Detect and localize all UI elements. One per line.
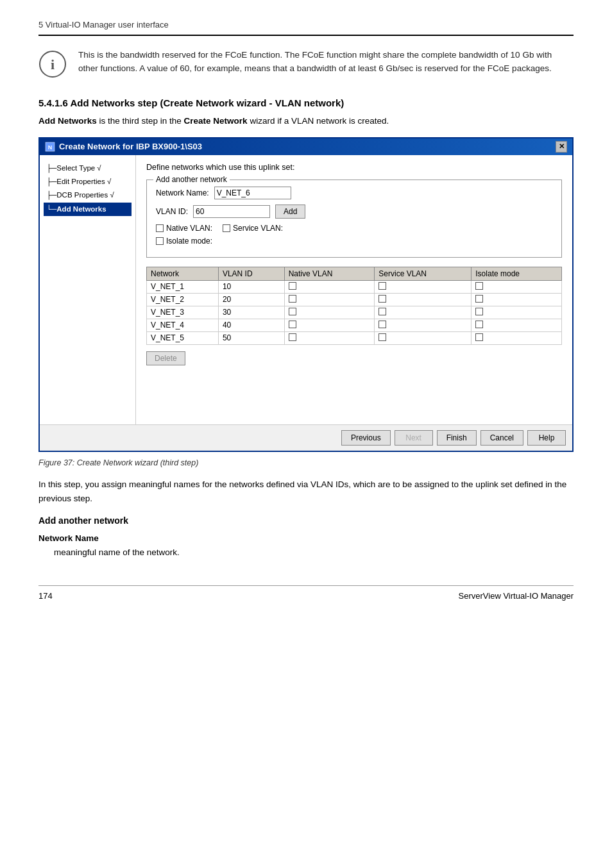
svg-text:i: i: [51, 56, 55, 72]
wizard-footer: Previous Next Finish Cancel Help: [40, 424, 572, 451]
vlan-id-input[interactable]: [193, 205, 270, 218]
wizard-sidebar: ├─Select Type √ ├─Edit Properties √ ├─DC…: [40, 155, 136, 424]
table-native-vlan-checkbox[interactable]: [289, 333, 296, 341]
intro-bold2: Create Network: [184, 116, 248, 126]
col-service-vlan: Service VLAN: [375, 267, 472, 280]
table-cell-native-vlan[interactable]: [284, 293, 375, 306]
table-row[interactable]: V_NET_440: [147, 319, 562, 331]
col-network: Network: [147, 267, 219, 280]
table-isolate-mode-checkbox[interactable]: [475, 333, 483, 341]
sidebar-label-add-networks: └─Add Networks: [46, 205, 106, 213]
next-button[interactable]: Next: [395, 430, 433, 446]
sidebar-label-dcb-properties: ├─DCB Properties √: [46, 191, 114, 199]
table-isolate-mode-checkbox[interactable]: [475, 308, 483, 315]
finish-button[interactable]: Finish: [437, 430, 477, 446]
service-vlan-item: Service VLAN:: [223, 224, 283, 233]
wizard-content: Define networks which use this uplink se…: [136, 155, 572, 424]
table-cell-network: V_NET_5: [147, 331, 219, 344]
table-service-vlan-checkbox[interactable]: [378, 295, 386, 303]
table-cell-isolate-mode[interactable]: [472, 331, 562, 344]
native-vlan-checkbox[interactable]: [156, 224, 164, 232]
network-name-desc: meaningful name of the network.: [54, 546, 574, 560]
table-cell-service-vlan[interactable]: [375, 293, 472, 306]
delete-btn-wrapper: Delete: [146, 351, 562, 365]
table-row[interactable]: V_NET_330: [147, 306, 562, 319]
wizard-titlebar: N Create Network for IBP BX900-1\S03 ✕: [40, 138, 572, 155]
figure-caption: Figure 37: Create Network wizard (third …: [38, 458, 574, 467]
network-name-heading: Network Name: [38, 533, 574, 543]
table-cell-service-vlan[interactable]: [375, 306, 472, 319]
native-vlan-label: Native VLAN:: [166, 224, 212, 233]
col-isolate-mode: Isolate mode: [472, 267, 562, 280]
table-native-vlan-checkbox[interactable]: [289, 295, 296, 303]
network-name-row: Network Name:: [156, 187, 552, 199]
info-icon: i: [38, 50, 67, 78]
table-cell-vlan-id: 10: [218, 280, 284, 293]
network-name-label: Network Name:: [156, 188, 209, 197]
checkbox-row-2: Isolate mode:: [156, 237, 552, 246]
cancel-button[interactable]: Cancel: [480, 430, 523, 446]
table-cell-native-vlan[interactable]: [284, 331, 375, 344]
network-name-input[interactable]: [214, 187, 291, 199]
table-cell-isolate-mode[interactable]: [472, 319, 562, 331]
table-isolate-mode-checkbox[interactable]: [475, 321, 483, 328]
delete-button[interactable]: Delete: [146, 351, 185, 365]
table-cell-network: V_NET_3: [147, 306, 219, 319]
info-text: This is the bandwidth reserved for the F…: [78, 49, 574, 76]
wizard-title: Create Network for IBP BX900-1\S03: [59, 142, 202, 151]
table-native-vlan-checkbox[interactable]: [289, 308, 296, 315]
vlan-id-row: VLAN ID: Add: [156, 204, 552, 219]
header-section: 5 Virtual-IO Manager user interface: [38, 19, 574, 36]
wizard-close-button[interactable]: ✕: [556, 141, 567, 153]
table-cell-network: V_NET_2: [147, 293, 219, 306]
sidebar-label-select-type: ├─Select Type √: [46, 164, 101, 172]
sidebar-label-edit-properties: ├─Edit Properties √: [46, 178, 111, 185]
table-cell-native-vlan[interactable]: [284, 319, 375, 331]
table-row[interactable]: V_NET_220: [147, 293, 562, 306]
table-service-vlan-checkbox[interactable]: [378, 282, 386, 290]
sidebar-item-edit-properties[interactable]: ├─Edit Properties √: [44, 175, 132, 188]
table-cell-isolate-mode[interactable]: [472, 306, 562, 319]
section-intro: Add Networks is the third step in the Cr…: [38, 115, 574, 128]
table-cell-isolate-mode[interactable]: [472, 293, 562, 306]
table-isolate-mode-checkbox[interactable]: [475, 282, 483, 290]
isolate-mode-checkbox[interactable]: [156, 237, 164, 245]
service-vlan-label: Service VLAN:: [233, 224, 283, 233]
table-service-vlan-checkbox[interactable]: [378, 333, 386, 341]
add-button[interactable]: Add: [275, 204, 305, 219]
table-row[interactable]: V_NET_550: [147, 331, 562, 344]
table-isolate-mode-checkbox[interactable]: [475, 295, 483, 303]
intro-bold1: Add Networks: [38, 116, 97, 126]
service-vlan-checkbox[interactable]: [223, 224, 230, 232]
sidebar-item-select-type[interactable]: ├─Select Type √: [44, 162, 132, 175]
intro-text2: wizard if a VLAN network is created.: [248, 116, 389, 126]
previous-button[interactable]: Previous: [341, 430, 391, 446]
table-cell-isolate-mode[interactable]: [472, 280, 562, 293]
wizard-dialog: N Create Network for IBP BX900-1\S03 ✕ ├…: [38, 137, 574, 452]
svg-text:N: N: [48, 144, 53, 151]
sidebar-item-dcb-properties[interactable]: ├─DCB Properties √: [44, 188, 132, 202]
wizard-content-title: Define networks which use this uplink se…: [146, 163, 562, 172]
table-cell-service-vlan[interactable]: [375, 331, 472, 344]
table-cell-native-vlan[interactable]: [284, 306, 375, 319]
footer-page: 174: [38, 591, 53, 601]
footer-product: ServerView Virtual-IO Manager: [459, 591, 574, 601]
vlan-id-label: VLAN ID:: [156, 207, 188, 216]
table-cell-native-vlan[interactable]: [284, 280, 375, 293]
table-row[interactable]: V_NET_110: [147, 280, 562, 293]
page: 5 Virtual-IO Manager user interface i Th…: [0, 0, 612, 868]
table-native-vlan-checkbox[interactable]: [289, 282, 296, 290]
table-cell-vlan-id: 50: [218, 331, 284, 344]
table-cell-service-vlan[interactable]: [375, 319, 472, 331]
add-network-group: Add another network Network Name: VLAN I…: [146, 179, 562, 258]
network-table: Network VLAN ID Native VLAN Service VLAN…: [146, 267, 562, 345]
table-service-vlan-checkbox[interactable]: [378, 308, 386, 315]
table-service-vlan-checkbox[interactable]: [378, 321, 386, 328]
table-native-vlan-checkbox[interactable]: [289, 321, 296, 328]
table-cell-service-vlan[interactable]: [375, 280, 472, 293]
wizard-body: ├─Select Type √ ├─Edit Properties √ ├─DC…: [40, 155, 572, 424]
sidebar-item-add-networks[interactable]: └─Add Networks: [44, 203, 132, 216]
section-heading: 5.4.1.6 Add Networks step (Create Networ…: [38, 97, 574, 108]
add-network-group-legend: Add another network: [153, 175, 230, 184]
help-button[interactable]: Help: [527, 430, 566, 446]
